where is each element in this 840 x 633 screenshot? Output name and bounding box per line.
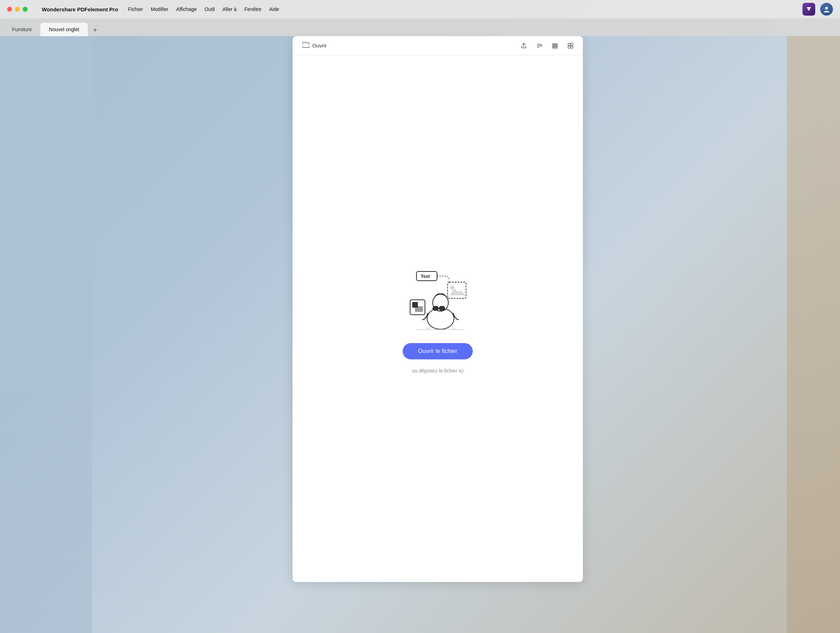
tab-nouvel-onglet[interactable]: Nouvel onglet xyxy=(40,23,88,36)
sort-button[interactable] xyxy=(533,40,545,52)
svg-rect-8 xyxy=(571,43,573,45)
list-view-button[interactable] xyxy=(549,40,561,52)
svg-rect-4 xyxy=(553,44,557,45)
folder-icon xyxy=(302,41,309,50)
wondershare-icon[interactable] xyxy=(802,3,815,16)
open-label: Ouvrir xyxy=(313,43,327,49)
left-sidebar xyxy=(0,36,92,633)
menubar: Wondershare PDFelement Pro Fichier Modif… xyxy=(0,0,840,19)
menu-affichage[interactable]: Affichage xyxy=(176,6,197,12)
grid-view-button[interactable] xyxy=(564,40,576,52)
svg-rect-5 xyxy=(553,45,557,46)
app-name: Wondershare PDFelement Pro xyxy=(42,6,118,13)
svg-rect-10 xyxy=(571,46,573,48)
svg-rect-19 xyxy=(415,306,423,312)
svg-line-14 xyxy=(447,276,450,280)
svg-rect-22 xyxy=(433,306,438,310)
illustration: Text xyxy=(395,264,480,335)
menu-fenetre[interactable]: Fenêtre xyxy=(244,6,261,12)
window-controls xyxy=(7,7,28,12)
minimize-button[interactable] xyxy=(15,7,20,12)
svg-rect-9 xyxy=(568,46,570,48)
svg-point-16 xyxy=(450,286,454,290)
menu-outil[interactable]: Outil xyxy=(205,6,215,12)
maximize-button[interactable] xyxy=(23,7,28,12)
tab-add-button[interactable]: + xyxy=(89,24,101,36)
svg-rect-6 xyxy=(553,47,557,48)
menu-modifier[interactable]: Modifier xyxy=(151,6,169,12)
pdf-toolbar: Ouvrir xyxy=(292,36,583,55)
share-button[interactable] xyxy=(518,40,530,52)
tab-furniture[interactable]: Furniture xyxy=(3,23,40,36)
menu-fichier[interactable]: Fichier xyxy=(128,6,143,12)
svg-text:Text: Text xyxy=(421,274,430,279)
drop-hint-text: ou déposez le fichier ici xyxy=(412,368,464,373)
svg-rect-7 xyxy=(568,43,570,45)
user-avatar[interactable] xyxy=(820,3,833,16)
menu-aller-a[interactable]: Aller à xyxy=(223,6,237,12)
pdf-panel: Ouvrir xyxy=(292,36,583,582)
open-toolbar-button[interactable]: Ouvrir xyxy=(299,40,330,52)
close-button[interactable] xyxy=(7,7,12,12)
open-file-button[interactable]: Ouvrir le fichier xyxy=(403,343,473,359)
main-content: Ouvrir xyxy=(92,36,783,612)
tab-nouvel-onglet-label: Nouvel onglet xyxy=(49,27,79,32)
svg-point-0 xyxy=(825,7,828,9)
menubar-right xyxy=(802,3,833,16)
empty-state: Text xyxy=(292,55,583,582)
tab-furniture-label: Furniture xyxy=(12,27,32,32)
svg-rect-15 xyxy=(448,282,466,298)
tabbar: Furniture Nouvel onglet + xyxy=(0,19,840,36)
menu-aide[interactable]: Aide xyxy=(269,6,279,12)
svg-rect-23 xyxy=(439,306,445,310)
right-panel xyxy=(787,36,840,633)
